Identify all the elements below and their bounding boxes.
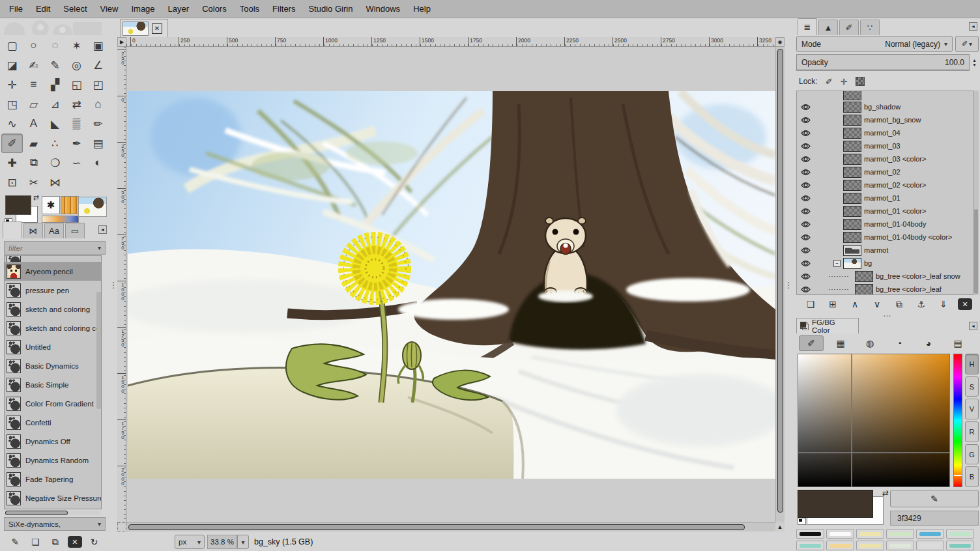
pick-color-button[interactable]: ✎ (890, 490, 979, 507)
tool-dodge-burn[interactable]: ◐ (87, 153, 109, 173)
layer-mode-select[interactable]: Mode Normal (legacy) ▾ (796, 36, 953, 52)
tool-warp[interactable]: ∿ (1, 114, 23, 134)
channel-button[interactable]: R (965, 421, 979, 442)
dynamics-scrollbar[interactable] (96, 292, 101, 409)
color-history-swatch[interactable] (826, 529, 854, 539)
zoom-input[interactable]: 33.8 % (207, 535, 237, 549)
tool-airbrush[interactable]: ∴ (44, 134, 66, 153)
layer-name[interactable]: bg_tree <color>_leaf (876, 285, 942, 293)
layer-row-marmot[interactable]: − marmot (797, 244, 973, 257)
layer-thumbnail[interactable] (843, 232, 861, 243)
dock-tab-brushes[interactable]: ⋈ (23, 223, 43, 238)
layer-row-bg[interactable]: − bg (797, 257, 973, 270)
layer-thumbnail[interactable] (843, 193, 861, 204)
tool-select-by-color[interactable]: ▣ (87, 36, 109, 55)
visibility-eye-icon[interactable] (801, 169, 812, 176)
dynamics-preset-select[interactable]: SiXe-dynamics, ▾ (4, 517, 106, 531)
canvas-hscrollbar[interactable] (126, 522, 775, 531)
blend-space-button[interactable]: ✐ ▾ (955, 36, 979, 52)
dynamics-filter-input[interactable]: filter ▾ (4, 241, 106, 255)
image-tab[interactable]: ✕ (120, 19, 168, 37)
layer-name[interactable]: marmot_01-04body <color> (864, 233, 952, 241)
hex-color-input[interactable]: 3f3429 (890, 511, 979, 526)
tool-pencil[interactable]: ✏ (87, 114, 109, 134)
layer-row-marmot_02 <color>[interactable]: − marmot_02 <color> (797, 178, 973, 191)
layer-row-bg_shadow[interactable]: − bg_shadow (797, 100, 973, 113)
menu-item[interactable]: Help (407, 0, 437, 18)
layer-name[interactable]: marmot_03 <color> (864, 155, 926, 163)
pattern-indicator[interactable] (61, 196, 79, 214)
dynamics-item[interactable]: Untitled (5, 337, 101, 356)
detach-panel-icon[interactable]: ◄ (969, 322, 977, 330)
dynamics-toolbar-button-duplicate-dynamics[interactable]: ⧉ (48, 535, 63, 549)
menu-item[interactable]: File (3, 0, 29, 18)
dock-tab-brushes[interactable]: ✐ (839, 20, 859, 35)
tool-heal[interactable]: ✚ (1, 153, 23, 173)
layer-name[interactable]: marmot (864, 246, 888, 254)
layer-name[interactable]: marmot_02 <color> (864, 181, 926, 189)
tool-perspective[interactable]: ⊿ (44, 94, 66, 114)
tool-fuzzy-select[interactable]: ✶ (66, 36, 87, 55)
dock-tab-layers[interactable]: ≣ (798, 18, 817, 35)
visibility-eye-icon[interactable] (801, 234, 812, 241)
dynamics-item[interactable]: Dynamics Off (5, 432, 101, 451)
detach-panel-icon[interactable]: ◄ (98, 225, 107, 234)
tool-cage-transform[interactable]: ⌂ (87, 94, 109, 114)
layer-row-bg_tree <color>_leaf snow[interactable]: − bg_tree <color>_leaf snow (797, 270, 973, 283)
ruler-menu-button[interactable]: ▶ (117, 37, 126, 47)
tool-zoom[interactable]: ◎ (66, 55, 87, 75)
dock-tab-tool-presets[interactable]: ▭ (65, 223, 85, 238)
dynamics-item[interactable]: Dynamics Random (5, 451, 101, 470)
layer-row-marmot_01-04body <color>[interactable]: − marmot_01-04body <color> (797, 231, 973, 244)
dynamics-toolbar-button-new-dynamics[interactable]: ❏ (27, 535, 43, 549)
channel-button[interactable]: B (965, 466, 979, 487)
layer-row-marmot_01[interactable]: − marmot_01 (797, 191, 973, 205)
layer-thumbnail[interactable] (843, 115, 861, 126)
dynamics-item[interactable]: sketch and coloring copy (5, 318, 101, 337)
default-colors-icon[interactable] (798, 518, 806, 525)
menu-item[interactable]: Image (124, 0, 161, 18)
layer-thumbnail[interactable] (843, 154, 861, 165)
navigation-icon[interactable]: ▲ (775, 522, 785, 531)
visibility-eye-icon[interactable] (801, 286, 812, 293)
layer-row-marmot_01-04body[interactable]: − marmot_01-04body (797, 218, 973, 231)
tool-crop[interactable]: ▞ (44, 75, 66, 94)
layer-row-bg_tree <color>_leaf[interactable]: − bg_tree <color>_leaf (797, 283, 973, 295)
swap-colors-icon[interactable]: ⇄ (33, 193, 39, 202)
layer-thumbnail[interactable] (843, 180, 861, 191)
navigation-preview-icon[interactable]: ◉ (775, 37, 785, 47)
visibility-eye-icon[interactable] (801, 260, 812, 267)
visibility-eye-icon[interactable] (801, 143, 812, 150)
dynamics-toolbar-button-refresh-dynamics[interactable]: ↻ (87, 535, 102, 549)
tool-perspective-clone[interactable]: ⧉ (23, 153, 44, 173)
quick-mask-toggle[interactable] (117, 522, 126, 531)
tool-blur-sharpen[interactable]: ❍ (44, 153, 66, 173)
layer-name[interactable]: marmot_01-04body (864, 220, 926, 228)
image-thumbnail-indicator[interactable] (78, 197, 107, 217)
tool-intelligent-scissors[interactable]: ✂ (23, 173, 44, 192)
tool-ink[interactable]: ✒ (66, 134, 87, 153)
layer-toolbar-button-duplicate-layer[interactable]: ⧉ (891, 297, 907, 311)
tool-align[interactable]: ≡ (23, 75, 44, 94)
menu-item[interactable]: Layer (162, 0, 196, 18)
visibility-eye-icon[interactable] (801, 221, 812, 228)
layer-thumbnail[interactable] (843, 167, 861, 178)
color-select-tab-scales-select[interactable]: ▤ (945, 335, 970, 351)
menu-item[interactable]: Studio Girin (302, 0, 359, 18)
tool-text[interactable]: A (23, 114, 44, 134)
dynamics-item[interactable] (5, 256, 101, 262)
dynamics-item[interactable]: pressure pen (5, 281, 101, 300)
color-select-tab-wheel-select[interactable]: ◔ (887, 335, 912, 351)
horizontal-ruler[interactable]: 0250500750100012501500175020002250250027… (126, 37, 775, 47)
visibility-eye-icon[interactable] (801, 117, 812, 124)
visibility-eye-icon[interactable] (801, 273, 812, 280)
color-history-swatch[interactable] (916, 529, 944, 539)
menu-item[interactable]: Select (57, 0, 93, 18)
layer-name[interactable]: marmot_04 (864, 129, 901, 137)
layer-thumbnail[interactable] (843, 206, 861, 217)
dynamics-item[interactable]: Aryeom pencil (5, 262, 101, 281)
tool-bucket-fill[interactable]: ◣ (44, 114, 66, 134)
channel-button[interactable]: G (965, 444, 979, 465)
layer-name[interactable]: marmot_bg_snow (864, 116, 921, 124)
layer-name[interactable]: bg_shadow (864, 103, 901, 111)
